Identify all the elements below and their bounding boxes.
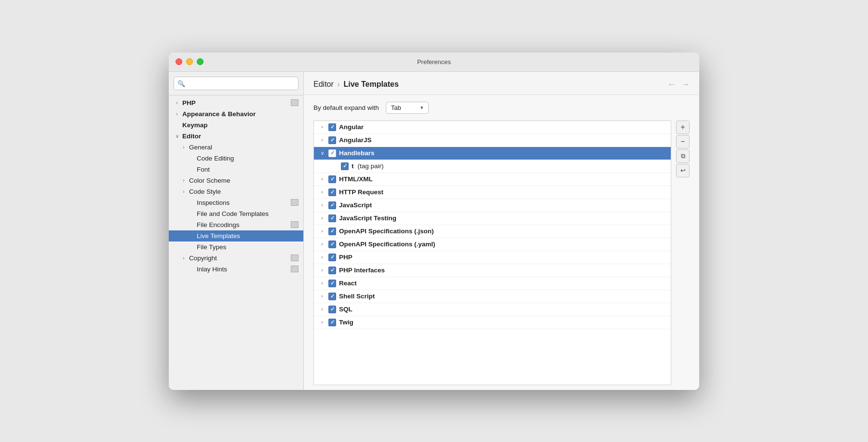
group-label: HTML/XML <box>339 175 373 183</box>
template-group-angularjs[interactable]: › AngularJS <box>314 134 671 147</box>
nav-forward-button[interactable]: → <box>681 80 690 90</box>
sidebar-item-code-style[interactable]: › Code Style <box>169 186 303 197</box>
chevron-right-icon: › <box>319 124 326 130</box>
revert-button[interactable]: ↩ <box>676 164 690 177</box>
chevron-right-icon: › <box>319 281 326 286</box>
chevron-right-icon: › <box>319 268 326 273</box>
sidebar-item-keymap[interactable]: › Keymap <box>169 120 303 131</box>
checkbox-handlebars-t[interactable] <box>341 162 349 170</box>
chevron-right-icon: › <box>180 144 187 150</box>
sidebar-item-editor[interactable]: ∨ Editor <box>169 131 303 142</box>
checkbox-twig[interactable] <box>328 319 336 326</box>
group-label: JavaScript Testing <box>339 214 396 222</box>
sidebar-list: › PHP › Appearance & Behavior › Keymap ∨ <box>169 95 303 390</box>
checkbox-php[interactable] <box>328 254 336 261</box>
template-group-shell-script[interactable]: › Shell Script <box>314 290 671 303</box>
copy-button[interactable]: ⧉ <box>676 149 690 163</box>
sidebar-item-file-encodings[interactable]: › File Encodings <box>169 219 303 230</box>
checkbox-javascript-testing[interactable] <box>328 214 336 222</box>
checkbox-javascript[interactable] <box>328 201 336 209</box>
close-button[interactable] <box>176 58 182 65</box>
page-icon <box>291 99 298 106</box>
template-group-twig[interactable]: › Twig <box>314 316 671 329</box>
sidebar-item-color-scheme[interactable]: › Color Scheme <box>169 175 303 186</box>
chevron-right-icon: › <box>319 320 326 325</box>
expand-label: By default expand with <box>313 104 379 111</box>
template-group-handlebars[interactable]: ∨ Handlebars <box>314 147 671 160</box>
search-input[interactable] <box>174 77 298 90</box>
sidebar-item-php[interactable]: › PHP <box>169 97 303 108</box>
window-title: Preferences <box>417 58 451 66</box>
sidebar-item-inlay-hints[interactable]: › Inlay Hints <box>169 264 303 275</box>
chevron-down-icon: ▾ <box>420 105 423 111</box>
sidebar-item-label: Appearance & Behavior <box>182 110 298 118</box>
sidebar-item-appearance-behavior[interactable]: › Appearance & Behavior <box>169 108 303 120</box>
checkbox-angular[interactable] <box>328 123 336 131</box>
template-group-javascript[interactable]: › JavaScript <box>314 199 671 212</box>
group-label: OpenAPI Specifications (.json) <box>339 228 434 235</box>
maximize-button[interactable] <box>197 58 203 65</box>
checkbox-angularjs[interactable] <box>328 136 336 144</box>
sidebar-item-label: File Types <box>197 243 298 251</box>
template-group-php[interactable]: › PHP <box>314 251 671 264</box>
checkbox-sql[interactable] <box>328 306 336 313</box>
remove-button[interactable]: − <box>676 135 690 148</box>
template-group-openapi-yaml[interactable]: › OpenAPI Specifications (.yaml) <box>314 238 671 251</box>
breadcrumb-parent: Editor <box>313 80 334 89</box>
chevron-right-icon: › <box>319 137 326 143</box>
page-icon <box>291 254 298 261</box>
search-bar: 🔍 <box>169 72 303 95</box>
chevron-right-icon: › <box>180 177 187 184</box>
group-label: OpenAPI Specifications (.yaml) <box>339 241 435 248</box>
checkbox-php-interfaces[interactable] <box>328 267 336 274</box>
template-group-angular[interactable]: › Angular <box>314 121 671 134</box>
sidebar-item-general[interactable]: › General <box>169 142 303 153</box>
sidebar-item-inspections[interactable]: › Inspections <box>169 197 303 208</box>
group-label: PHP Interfaces <box>339 267 385 274</box>
templates-list-container: › Angular › AngularJS ∨ <box>313 121 671 385</box>
item-label: t <box>352 162 354 170</box>
nav-back-button[interactable]: ← <box>667 80 676 90</box>
template-group-openapi-json[interactable]: › OpenAPI Specifications (.json) <box>314 225 671 238</box>
checkbox-html-xml[interactable] <box>328 175 336 183</box>
template-group-sql[interactable]: › SQL <box>314 303 671 316</box>
minimize-button[interactable] <box>186 58 193 65</box>
template-item-handlebars-t[interactable]: › t (tag pair) <box>314 160 671 173</box>
nav-arrows: ← → <box>667 80 690 90</box>
chevron-right-icon: › <box>319 307 326 312</box>
template-group-javascript-testing[interactable]: › JavaScript Testing <box>314 212 671 225</box>
chevron-right-icon: › <box>319 241 326 247</box>
sidebar-item-label: General <box>189 144 298 151</box>
template-group-http-request[interactable]: › HTTP Request <box>314 186 671 199</box>
chevron-right-icon: › <box>319 228 326 234</box>
breadcrumb-current: Live Templates <box>343 80 398 89</box>
sidebar-item-label: Inspections <box>197 199 291 206</box>
sidebar-item-code-editing[interactable]: › Code Editing <box>169 153 303 164</box>
preferences-window: Preferences 🔍 › PHP › Ap <box>169 53 699 390</box>
checkbox-react[interactable] <box>328 280 336 287</box>
sidebar-item-label: Keymap <box>182 121 298 129</box>
checkbox-handlebars[interactable] <box>328 149 336 157</box>
sidebar-item-file-types[interactable]: › File Types <box>169 241 303 253</box>
sidebar-item-copyright[interactable]: › Copyright <box>169 253 303 264</box>
chevron-down-icon: ∨ <box>319 150 326 156</box>
side-panel: + − ⧉ ↩ <box>676 121 690 385</box>
group-label: Shell Script <box>339 293 375 300</box>
checkbox-http-request[interactable] <box>328 188 336 196</box>
item-sublabel: (tag pair) <box>358 162 384 170</box>
sidebar-item-font[interactable]: › Font <box>169 164 303 175</box>
sidebar-item-file-code-templates[interactable]: › File and Code Templates <box>169 208 303 219</box>
add-button[interactable]: + <box>676 121 690 134</box>
expand-dropdown[interactable]: Tab ▾ <box>386 102 429 114</box>
template-group-php-interfaces[interactable]: › PHP Interfaces <box>314 264 671 277</box>
group-label: JavaScript <box>339 201 372 209</box>
checkbox-openapi-yaml[interactable] <box>328 241 336 248</box>
breadcrumb: Editor › Live Templates <box>313 80 399 89</box>
template-group-html-xml[interactable]: › HTML/XML <box>314 173 671 186</box>
checkbox-shell-script[interactable] <box>328 293 336 300</box>
sidebar-item-live-templates[interactable]: › Live Templates <box>169 230 303 241</box>
checkbox-openapi-json[interactable] <box>328 228 336 235</box>
sidebar-item-label: Copyright <box>189 254 291 262</box>
template-group-react[interactable]: › React <box>314 277 671 290</box>
search-wrapper: 🔍 <box>174 77 298 90</box>
